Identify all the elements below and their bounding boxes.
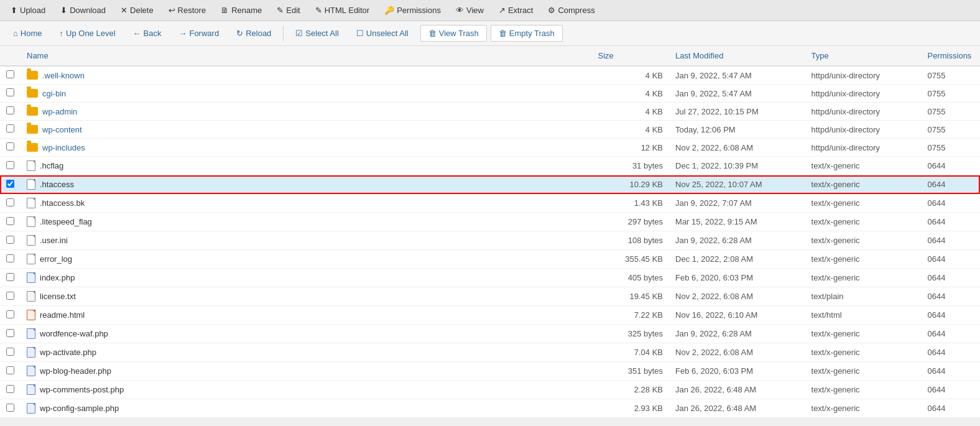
header-name[interactable]: Name [21, 46, 592, 66]
row-checkbox[interactable] [6, 70, 14, 78]
empty-trash-button[interactable]: 🗑Empty Trash [491, 25, 563, 42]
header-size[interactable]: Size [592, 46, 669, 66]
row-checkbox[interactable] [6, 404, 14, 412]
table-row[interactable]: license.txt19.45 KBNov 2, 2022, 6:08 AMt… [0, 287, 980, 306]
file-name-cell[interactable]: .well-known [21, 66, 592, 85]
file-name-cell[interactable]: .hcflag [21, 157, 592, 175]
table-row[interactable]: wp-content4 KBToday, 12:06 PMhttpd/unix-… [0, 121, 980, 139]
compress-button[interactable]: ⚙Compress [541, 2, 601, 18]
file-name-cell[interactable]: .user.ini [21, 231, 592, 250]
file-name-cell[interactable]: cgi-bin [21, 85, 592, 103]
row-checkbox[interactable] [6, 88, 14, 96]
file-name-cell[interactable]: license.txt [21, 287, 592, 306]
file-name-cell[interactable]: index.php [21, 269, 592, 287]
table-row[interactable]: cgi-bin4 KBJan 9, 2022, 5:47 AMhttpd/uni… [0, 85, 980, 103]
file-icon [27, 291, 35, 302]
row-checkbox[interactable] [6, 310, 14, 318]
permissions-button[interactable]: 🔑Permissions [377, 2, 448, 18]
table-row[interactable]: wp-activate.php7.04 KBNov 2, 2022, 6:08 … [0, 343, 980, 362]
row-checkbox[interactable] [6, 236, 14, 244]
html-editor-button[interactable]: ✎HTML Editor [308, 2, 376, 18]
file-name-cell[interactable]: .litespeed_flag [21, 213, 592, 231]
file-size: 351 bytes [592, 362, 669, 381]
table-row[interactable]: wp-comments-post.php2.28 KBJan 26, 2022,… [0, 381, 980, 399]
up-one-level-button[interactable]: ↑Up One Level [52, 25, 124, 42]
restore-button[interactable]: ↩Restore [162, 2, 213, 18]
file-name-cell[interactable]: readme.html [21, 306, 592, 325]
file-name-cell[interactable]: wp-admin [21, 103, 592, 121]
header-type[interactable]: Type [805, 46, 922, 66]
checkbox-header [0, 46, 21, 66]
file-icon [27, 198, 35, 208]
file-name-cell[interactable]: .htaccess.bk [21, 194, 592, 213]
file-name-cell[interactable]: wp-config-sample.php [21, 399, 592, 418]
back-button[interactable]: ←Back [125, 25, 170, 42]
file-name-cell[interactable]: error_log [21, 250, 592, 269]
row-checkbox[interactable] [6, 292, 14, 300]
file-type: httpd/unix-directory [805, 66, 922, 85]
forward-button[interactable]: →Forward [170, 25, 227, 42]
row-checkbox[interactable] [6, 180, 14, 188]
row-checkbox[interactable] [6, 124, 14, 132]
permissions-icon: 🔑 [384, 6, 394, 15]
file-permissions: 0644 [922, 194, 980, 213]
row-checkbox[interactable] [6, 217, 14, 225]
table-row[interactable]: .hcflag31 bytesDec 1, 2022, 10:39 PMtext… [0, 157, 980, 175]
file-name-cell[interactable]: wp-blog-header.php [21, 362, 592, 381]
file-name-cell[interactable]: wp-includes [21, 139, 592, 157]
select-all-button[interactable]: ☑Select All [287, 25, 346, 42]
table-row[interactable]: .user.ini108 bytesJan 9, 2022, 6:28 AMte… [0, 231, 980, 250]
table-row[interactable]: .htaccess10.29 KBNov 25, 2022, 10:07 AMt… [0, 175, 980, 194]
row-checkbox[interactable] [6, 348, 14, 356]
file-name: wp-content [42, 125, 82, 134]
file-name-cell[interactable]: .htaccess [21, 175, 592, 194]
file-name-cell[interactable]: wp-comments-post.php [21, 381, 592, 399]
row-checkbox[interactable] [6, 254, 14, 262]
table-row[interactable]: wp-config-sample.php2.93 KBJan 26, 2022,… [0, 399, 980, 418]
delete-button[interactable]: ✕Delete [114, 2, 160, 18]
file-icon [27, 160, 35, 171]
view-trash-button[interactable]: 🗑View Trash [420, 25, 487, 42]
file-modified: Jul 27, 2022, 10:15 PM [669, 103, 805, 121]
file-name-cell[interactable]: wordfence-waf.php [21, 325, 592, 343]
row-checkbox[interactable] [6, 329, 14, 337]
download-button[interactable]: ⬇Download [53, 2, 113, 18]
table-row[interactable]: index.php405 bytesFeb 6, 2020, 6:03 PMte… [0, 269, 980, 287]
extract-button[interactable]: ↗Extract [492, 2, 540, 18]
row-checkbox[interactable] [6, 198, 14, 206]
row-checkbox[interactable] [6, 366, 14, 374]
upload-button[interactable]: ⬆Upload [4, 2, 52, 18]
row-checkbox[interactable] [6, 385, 14, 393]
file-icon [27, 310, 35, 320]
row-checkbox[interactable] [6, 142, 14, 150]
table-row[interactable]: wordfence-waf.php325 bytesJan 9, 2022, 6… [0, 325, 980, 343]
table-row[interactable]: readme.html7.22 KBNov 16, 2022, 6:10 AMt… [0, 306, 980, 325]
table-row[interactable]: wp-blog-header.php351 bytesFeb 6, 2020, … [0, 362, 980, 381]
home-button[interactable]: ⌂Home [5, 25, 50, 42]
file-permissions: 0644 [922, 325, 980, 343]
file-icon [27, 366, 35, 376]
reload-button[interactable]: ↻Reload [228, 25, 279, 42]
file-modified: Nov 2, 2022, 6:08 AM [669, 139, 805, 157]
file-name-cell[interactable]: wp-activate.php [21, 343, 592, 362]
file-icon [27, 216, 35, 227]
folder-icon [27, 89, 38, 98]
header-permissions[interactable]: Permissions [922, 46, 980, 66]
table-row[interactable]: wp-includes12 KBNov 2, 2022, 6:08 AMhttp… [0, 139, 980, 157]
header-last-modified[interactable]: Last Modified [669, 46, 805, 66]
file-permissions: 0755 [922, 66, 980, 85]
file-modified: Nov 25, 2022, 10:07 AM [669, 175, 805, 194]
row-checkbox[interactable] [6, 273, 14, 281]
row-checkbox[interactable] [6, 106, 14, 114]
table-row[interactable]: .htaccess.bk1.43 KBJan 9, 2022, 7:07 AMt… [0, 194, 980, 213]
row-checkbox[interactable] [6, 161, 14, 169]
unselect-all-button[interactable]: ☐Unselect All [348, 25, 417, 42]
table-row[interactable]: .litespeed_flag297 bytesMar 15, 2022, 9:… [0, 213, 980, 231]
table-row[interactable]: wp-admin4 KBJul 27, 2022, 10:15 PMhttpd/… [0, 103, 980, 121]
table-row[interactable]: error_log355.45 KBDec 1, 2022, 2:08 AMte… [0, 250, 980, 269]
edit-button[interactable]: ✎Edit [270, 2, 307, 18]
view-button[interactable]: 👁View [449, 2, 491, 18]
table-row[interactable]: .well-known4 KBJan 9, 2022, 5:47 AMhttpd… [0, 66, 980, 85]
rename-button[interactable]: 🗎Rename [214, 2, 269, 18]
file-name-cell[interactable]: wp-content [21, 121, 592, 139]
